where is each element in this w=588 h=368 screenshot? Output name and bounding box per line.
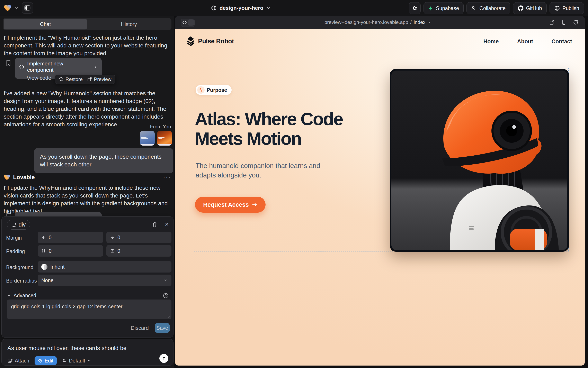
supabase-button[interactable]: Supabase: [424, 2, 464, 14]
hero-robot-image: [390, 69, 569, 252]
purpose-badge: Purpose: [196, 85, 232, 95]
lovable-heart-icon: [4, 174, 10, 180]
external-link-icon: [549, 19, 555, 25]
assistant-name: Lovable: [13, 174, 35, 181]
github-button[interactable]: GitHub: [513, 2, 547, 14]
chevron-down-icon: [87, 359, 91, 363]
chevron-down-icon: [163, 278, 168, 283]
chevron-down-icon: [427, 20, 431, 24]
margin-x-input[interactable]: 0: [38, 232, 103, 243]
advanced-label[interactable]: Advanced: [13, 293, 36, 298]
code-view-toggle[interactable]: [181, 18, 195, 27]
topbar: design-your-hero Supabase Collaborate Gi…: [0, 0, 588, 16]
refresh-icon: [573, 19, 579, 25]
project-switcher[interactable]: design-your-hero: [211, 0, 271, 16]
element-inspector-panel: div × Margin 0 0 Padding 0 0 Background …: [1, 216, 173, 338]
pulse-icon: [197, 86, 205, 94]
smartphone-icon: [561, 19, 567, 25]
tab-history[interactable]: History: [87, 19, 171, 29]
request-access-button[interactable]: Request Access: [195, 197, 266, 213]
attachment-thumbnail-orange[interactable]: [157, 131, 172, 146]
supabase-icon: [428, 6, 434, 11]
publish-button[interactable]: Publish: [550, 2, 584, 14]
close-icon[interactable]: ×: [165, 221, 169, 227]
restore-icon: [59, 77, 64, 82]
composer-input[interactable]: As user mouse roll over, these cards sho…: [7, 345, 163, 351]
project-name: design-your-hero: [219, 5, 263, 11]
version-toolbar: Restore Preview: [55, 75, 115, 84]
lovable-heart-logo[interactable]: [4, 4, 11, 12]
dashed-square-icon: [11, 222, 16, 227]
edit-mode-button[interactable]: Edit: [35, 356, 57, 365]
border-radius-label: Border radius: [6, 278, 37, 284]
nav-link-home[interactable]: Home: [484, 38, 499, 45]
tab-chat[interactable]: Chat: [4, 19, 87, 29]
hero-subtext: The humanoid companion that learns and a…: [196, 161, 339, 180]
refresh-button[interactable]: [573, 19, 579, 25]
user-message-bubble: As you scroll down the page, these compo…: [34, 148, 173, 173]
delete-element-button[interactable]: [152, 222, 157, 228]
padding-x-icon: [41, 248, 46, 253]
padding-y-input[interactable]: 0: [106, 245, 171, 257]
chat-panel: Chat History I'll implement the "Why Hum…: [0, 16, 174, 368]
code-icon: [182, 21, 187, 25]
collaborate-button[interactable]: Collaborate: [466, 2, 510, 14]
arrow-right-icon: [252, 202, 257, 208]
margin-y-icon: [110, 235, 114, 239]
border-radius-select[interactable]: None: [38, 275, 171, 286]
sidebar-toggle-button[interactable]: [22, 2, 33, 14]
preview-url[interactable]: preview--design-your-hero.lovable.app / …: [324, 16, 431, 29]
padding-x-input[interactable]: 0: [38, 245, 103, 257]
model-selector[interactable]: Default: [62, 358, 91, 364]
pulse-robot-logo-icon: [186, 36, 195, 47]
message-menu-icon[interactable]: ···: [163, 174, 171, 181]
bookmark-icon[interactable]: [6, 60, 11, 66]
collaborate-icon: [471, 5, 477, 11]
padding-label: Padding: [6, 248, 25, 254]
trash-icon: [152, 222, 157, 228]
attach-button[interactable]: Attach: [7, 358, 29, 364]
mobile-view-button[interactable]: [561, 19, 567, 25]
preview-toolbar: preview--design-your-hero.lovable.app / …: [175, 16, 585, 29]
gear-icon: [412, 5, 418, 11]
hero-heading: Atlas: Where Code Meets Motion: [195, 109, 343, 148]
external-link-icon: [87, 77, 92, 82]
margin-label: Margin: [6, 235, 22, 241]
workspace-chevron-down-icon[interactable]: [14, 6, 19, 10]
target-icon: [38, 358, 43, 363]
send-button[interactable]: [159, 354, 168, 363]
attachment-thumbnail-blue[interactable]: [140, 131, 155, 146]
discard-button[interactable]: Discard: [131, 325, 149, 331]
margin-x-icon: [41, 235, 46, 239]
padding-y-icon: [110, 248, 114, 253]
code-icon: [19, 64, 24, 69]
restore-button[interactable]: Restore: [59, 76, 83, 82]
selected-element-chip[interactable]: div: [7, 220, 30, 230]
open-in-new-tab-button[interactable]: [549, 19, 555, 25]
settings-button[interactable]: [409, 2, 421, 14]
margin-y-input[interactable]: 0: [106, 232, 171, 243]
assistant-header: Lovable ···: [4, 174, 171, 181]
chat-history-tabs: Chat History: [3, 18, 171, 30]
color-swatch: [41, 264, 47, 270]
chat-composer[interactable]: As user mouse roll over, these cards sho…: [1, 339, 173, 366]
save-button[interactable]: Save: [155, 323, 170, 333]
assistant-message: I'll implement the "Why Humanoid" sectio…: [4, 34, 171, 57]
preview-button[interactable]: Preview: [87, 76, 111, 82]
sliders-icon: [62, 358, 67, 363]
assistant-message: I'll update the WhyHumanoid component to…: [4, 184, 171, 215]
site-logo[interactable]: Pulse Robot: [186, 36, 234, 47]
advanced-classes-textarea[interactable]: grid grid-cols-1 lg:grid-cols-2 gap-12 i…: [7, 300, 171, 319]
chevron-down-icon: [7, 294, 11, 298]
globe-icon: [211, 5, 217, 11]
nav-link-contact[interactable]: Contact: [551, 38, 572, 45]
attach-image-icon: [7, 358, 13, 363]
help-icon[interactable]: [163, 293, 169, 298]
background-label: Background: [6, 264, 33, 270]
arrow-up-icon: [161, 356, 166, 361]
background-input[interactable]: Inherit: [38, 261, 171, 273]
chevron-right-icon: [94, 65, 98, 69]
publish-globe-icon: [554, 5, 560, 11]
nav-link-about[interactable]: About: [517, 38, 533, 45]
preview-frame: preview--design-your-hero.lovable.app / …: [175, 16, 585, 366]
